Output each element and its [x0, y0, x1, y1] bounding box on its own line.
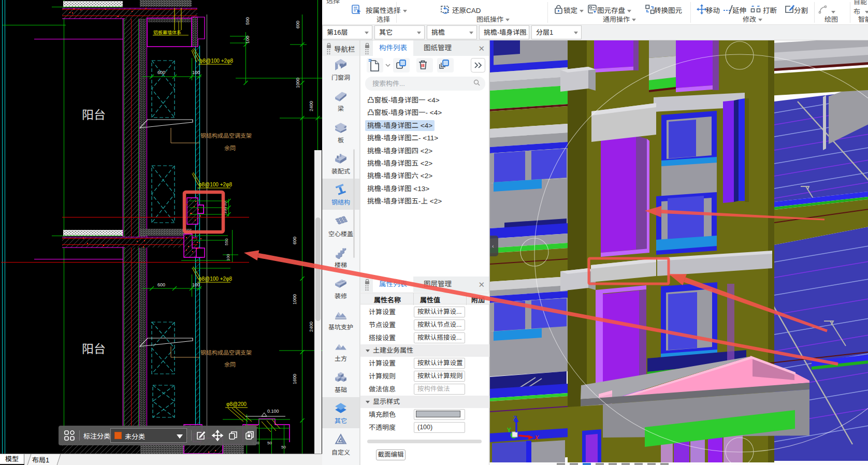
svg-text:100: 100 — [223, 207, 227, 214]
svg-text:‹: ‹ — [492, 243, 494, 249]
svg-text:1000: 1000 — [295, 78, 300, 88]
svg-text:2400: 2400 — [309, 322, 314, 332]
svg-text:50: 50 — [223, 201, 227, 206]
svg-text:Z: Z — [513, 415, 517, 422]
svg-text:1600: 1600 — [292, 374, 297, 384]
svg-text:600: 600 — [157, 282, 165, 287]
svg-text:余同: 余同 — [224, 145, 236, 151]
svg-text:φ8@100 +2φ8: φ8@100 +2φ8 — [198, 182, 233, 187]
svg-text:余同: 余同 — [224, 361, 236, 368]
svg-text:铝板幕墙体系: 铝板幕墙体系 — [153, 30, 181, 35]
svg-text:Y: Y — [507, 427, 511, 434]
svg-text:阳台: 阳台 — [82, 342, 106, 356]
svg-text:φ8@100 +2φ8: φ8@100 +2φ8 — [198, 276, 233, 282]
svg-text:100: 100 — [245, 36, 250, 43]
svg-text:X: X — [534, 434, 539, 442]
svg-text:600: 600 — [295, 21, 300, 28]
svg-text:φ8@100 +2φ8: φ8@100 +2φ8 — [199, 58, 234, 64]
svg-text:50: 50 — [267, 441, 272, 445]
svg-text:100: 100 — [192, 282, 200, 287]
svg-text:100: 100 — [226, 254, 230, 261]
svg-text:2400: 2400 — [309, 101, 314, 111]
svg-text:钢结构成品空调支架: 钢结构成品空调支架 — [200, 350, 252, 356]
svg-text:50: 50 — [281, 445, 286, 449]
svg-text:500: 500 — [245, 17, 250, 25]
svg-text:钢结构成品空调支架: 钢结构成品空调支架 — [200, 133, 252, 139]
svg-text:550: 550 — [224, 238, 229, 245]
svg-text:100: 100 — [192, 70, 200, 75]
svg-text:600: 600 — [157, 70, 165, 75]
svg-text:0.100: 0.100 — [267, 409, 279, 414]
svg-text:600: 600 — [292, 237, 297, 244]
svg-text:1000: 1000 — [292, 294, 297, 304]
svg-text:阳台: 阳台 — [82, 108, 106, 122]
svg-text:φ8@200: φ8@200 — [226, 401, 247, 407]
